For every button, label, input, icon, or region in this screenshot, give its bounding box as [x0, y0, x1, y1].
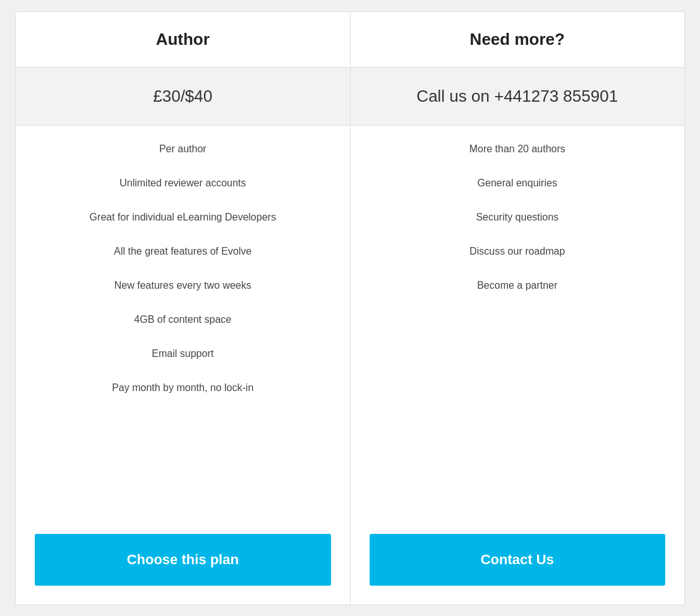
feature-item-author-2: Great for individual eLearning Developer… — [28, 200, 337, 234]
feature-item-author-5: 4GB of content space — [28, 303, 337, 337]
card-features-author: Per authorUnlimited reviewer accountsGre… — [16, 126, 350, 521]
feature-item-author-7: Pay month by month, no lock-in — [28, 371, 337, 405]
feature-item-author-4: New features every two weeks — [28, 269, 337, 303]
feature-item-need-more-3: Discuss our roadmap — [363, 234, 672, 269]
card-features-need-more: More than 20 authorsGeneral enquiriesSec… — [351, 126, 685, 521]
feature-item-need-more-4: Become a partner — [363, 269, 672, 303]
feature-item-need-more-0: More than 20 authors — [363, 132, 672, 166]
cta-button-need-more[interactable]: Contact Us — [370, 534, 666, 586]
card-footer-need-more: Contact Us — [351, 521, 685, 605]
card-title-need-more: Need more? — [363, 30, 672, 49]
price-text-need-more: Call us on +441273 855901 — [416, 87, 618, 106]
pricing-card-author: Author£30/$40Per authorUnlimited reviewe… — [16, 12, 351, 605]
cta-button-author[interactable]: Choose this plan — [35, 534, 331, 586]
pricing-container: Author£30/$40Per authorUnlimited reviewe… — [15, 11, 685, 605]
card-header-author: Author — [16, 12, 350, 68]
feature-item-need-more-1: General enquiries — [363, 166, 672, 200]
feature-item-author-1: Unlimited reviewer accounts — [28, 166, 337, 200]
price-text-author: £30/$40 — [153, 87, 212, 106]
card-price-need-more: Call us on +441273 855901 — [351, 68, 685, 126]
card-title-author: Author — [28, 30, 337, 49]
card-footer-author: Choose this plan — [16, 521, 350, 605]
feature-item-author-3: All the great features of Evolve — [28, 234, 337, 269]
pricing-card-need-more: Need more?Call us on +441273 855901More … — [351, 12, 685, 605]
card-header-need-more: Need more? — [351, 12, 685, 68]
card-price-author: £30/$40 — [16, 68, 350, 126]
feature-item-author-0: Per author — [28, 132, 337, 166]
feature-item-need-more-2: Security questions — [363, 200, 672, 234]
feature-item-author-6: Email support — [28, 337, 337, 371]
